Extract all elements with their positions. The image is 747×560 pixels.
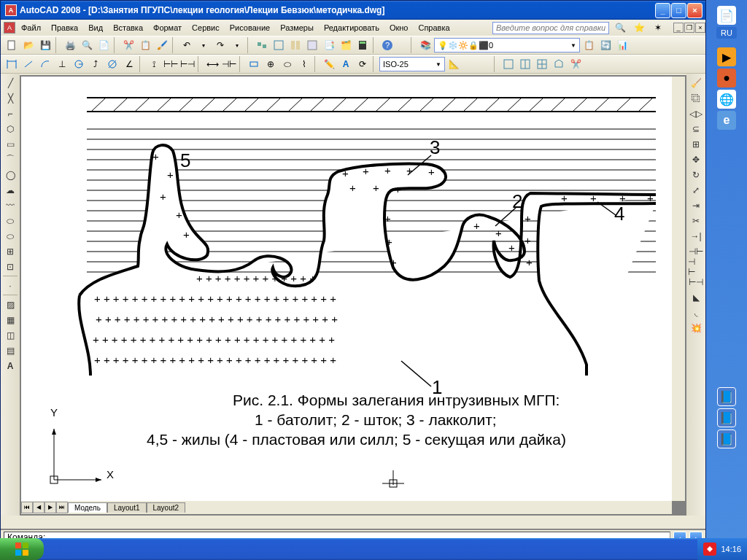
dimstyle-dropdown[interactable]: ISO-25▼ — [379, 57, 445, 71]
table-icon[interactable]: ▤ — [2, 343, 18, 358]
search-icon[interactable]: 🔍 — [612, 20, 628, 36]
vertical-scrollbar[interactable] — [672, 77, 685, 501]
dim-space-icon[interactable]: ⟷ — [204, 56, 220, 72]
join-icon[interactable]: ⊢⊣ — [688, 274, 704, 289]
paste-icon[interactable]: 📋 — [137, 37, 153, 53]
dim-break-icon[interactable]: ⊣⊢ — [221, 56, 237, 72]
dim-update-icon[interactable]: ⟳ — [355, 56, 371, 72]
dim-diameter-icon[interactable] — [104, 56, 120, 72]
tray-clock[interactable]: 14:16 — [721, 545, 741, 553]
tolerance-icon[interactable] — [246, 56, 262, 72]
extend-icon[interactable]: →| — [688, 228, 704, 244]
dim-radius-icon[interactable] — [71, 56, 87, 72]
publish-icon[interactable]: 📄 — [96, 37, 112, 53]
tp-icon[interactable] — [304, 37, 320, 53]
dim-aligned-icon[interactable] — [20, 56, 36, 72]
menu-view[interactable]: Вид — [84, 22, 107, 34]
erase-icon[interactable]: 🧹 — [688, 75, 704, 90]
dim-linear-icon[interactable] — [4, 56, 20, 72]
help-search-input[interactable] — [492, 22, 609, 34]
spline-icon[interactable]: 〰 — [2, 198, 18, 213]
array-icon[interactable]: ⊞ — [688, 136, 704, 152]
insert-icon[interactable]: ⊞ — [2, 244, 18, 259]
ellipse-arc-icon[interactable]: ⬭ — [2, 228, 18, 244]
layer-dropdown[interactable]: 💡❄️🔆🔒⬛ 0 ▼ — [434, 38, 580, 52]
fillet-icon[interactable]: ◟ — [688, 305, 704, 320]
help-icon[interactable]: ? — [379, 37, 395, 53]
cut-icon[interactable]: ✂️ — [120, 37, 136, 53]
dim-jogged-icon[interactable]: ⤴ — [88, 56, 104, 72]
dimstyle-icon[interactable]: 📐 — [446, 56, 462, 72]
layermgr-icon[interactable]: 📋 — [581, 37, 597, 53]
comm-icon[interactable]: ✶ — [650, 20, 666, 36]
start-button[interactable] — [0, 538, 44, 560]
markup-icon[interactable]: 🗂️ — [338, 37, 354, 53]
close-button[interactable]: × — [687, 3, 703, 18]
qdim-icon[interactable]: ⟟ — [146, 56, 162, 72]
dim-continue-icon[interactable]: ⊢⊣ — [179, 56, 196, 72]
mtext-icon[interactable]: A — [2, 358, 18, 373]
hatch-icon[interactable]: ▨ — [2, 297, 18, 312]
tab-next-icon[interactable]: ▶ — [44, 502, 56, 513]
redo-drop-icon[interactable]: ▾ — [229, 37, 245, 53]
media-player-icon[interactable]: ▶ — [717, 47, 736, 66]
center-icon[interactable]: ⊕ — [263, 56, 279, 72]
dim-arc-icon[interactable] — [37, 56, 53, 72]
dim-angular-icon[interactable]: ∠ — [121, 56, 137, 72]
sidebar-shortcut-1[interactable]: 📄 — [717, 6, 736, 25]
menu-draw[interactable]: Рисование — [225, 22, 274, 34]
tab-model[interactable]: Модель — [68, 502, 107, 513]
mdi-minimize-button[interactable]: _ — [673, 23, 684, 33]
mirror-icon[interactable]: ◁▷ — [688, 106, 704, 121]
preview-icon[interactable]: 🔍 — [79, 37, 95, 53]
inspect-icon[interactable]: ⬭ — [279, 56, 295, 72]
infocenter-icon[interactable]: ⭐ — [631, 20, 647, 36]
doc-shortcut-1[interactable]: 📘 — [717, 387, 736, 406]
ellipse-icon[interactable]: ⬭ — [2, 213, 18, 228]
dim-edit-icon[interactable]: ✏️ — [321, 56, 337, 72]
circle-icon[interactable]: ◯ — [2, 167, 18, 182]
move-icon[interactable]: ✥ — [688, 152, 704, 167]
menu-dimension[interactable]: Размеры — [276, 22, 318, 34]
chamfer-icon[interactable]: ◣ — [688, 289, 704, 305]
calc-icon[interactable] — [355, 37, 371, 53]
dim-tedit-icon[interactable]: A — [338, 56, 354, 72]
break-icon[interactable]: ⊣ ⊢ — [688, 259, 704, 274]
sidebar-shortcut-2[interactable]: ● — [717, 69, 736, 88]
sidebar-shortcut-3[interactable]: 🌐 — [717, 90, 736, 109]
rotate-icon[interactable]: ↻ — [688, 167, 704, 182]
jogline-icon[interactable]: ⌇ — [296, 56, 312, 72]
trim-icon[interactable]: ✂ — [688, 213, 704, 228]
menu-tools[interactable]: Сервис — [187, 22, 224, 34]
menu-modify[interactable]: Редактировать — [320, 22, 384, 34]
layerstate-icon[interactable]: 📊 — [614, 37, 630, 53]
scale-icon[interactable]: ⤢ — [688, 182, 704, 198]
polygon-icon[interactable]: ⬡ — [2, 121, 18, 136]
block-make-icon[interactable]: ⊡ — [2, 259, 18, 274]
mdi-close-button[interactable]: × — [695, 23, 705, 33]
minimize-button[interactable]: _ — [655, 3, 670, 18]
mdi-icon[interactable]: A — [4, 22, 15, 34]
stretch-icon[interactable]: ⇥ — [688, 198, 704, 213]
new-icon[interactable] — [4, 37, 20, 53]
doc-shortcut-3[interactable]: 📘 — [717, 429, 736, 448]
copy-icon[interactable]: ⿻ — [688, 90, 704, 106]
undo-icon[interactable]: ↶ — [179, 37, 195, 53]
pline-icon[interactable]: ⌐ — [2, 106, 18, 121]
maximize-button[interactable]: □ — [671, 3, 686, 18]
region-icon[interactable]: ◫ — [2, 327, 18, 343]
viewport-join-icon[interactable]: ✂️ — [568, 56, 584, 72]
open-icon[interactable]: 📂 — [20, 37, 36, 53]
layers-icon[interactable]: 📚 — [417, 37, 433, 53]
menu-edit[interactable]: Правка — [47, 22, 82, 34]
viewport-2-icon[interactable] — [517, 56, 533, 72]
undo-drop-icon[interactable]: ▾ — [196, 37, 212, 53]
menu-window[interactable]: Окно — [385, 22, 413, 34]
tab-layout2[interactable]: Layout2 — [147, 502, 186, 513]
menu-help[interactable]: Справка — [414, 22, 454, 34]
viewport-3-icon[interactable] — [534, 56, 550, 72]
menu-insert[interactable]: Вставка — [109, 22, 147, 34]
menu-format[interactable]: Формат — [149, 22, 186, 34]
tab-last-icon[interactable]: ⏭ — [56, 502, 68, 513]
drawing-canvas[interactable]: +++++ +++++ +++ +++ +++ +++ ++++ + + + +… — [21, 77, 672, 501]
